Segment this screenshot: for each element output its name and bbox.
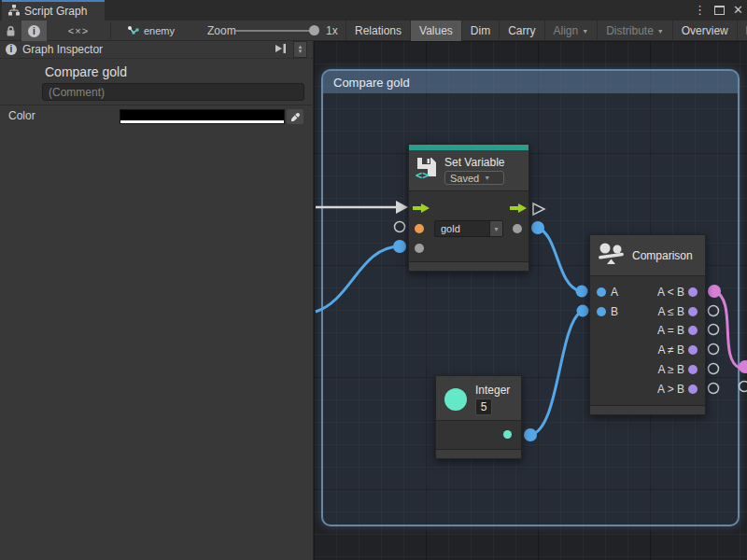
output-label: A = B xyxy=(657,321,684,340)
variable-kind-dropdown[interactable]: Saved ▼ xyxy=(444,171,504,185)
variable-name-port[interactable] xyxy=(415,224,424,233)
wire-endpoint-port[interactable] xyxy=(739,360,747,373)
chevron-down-icon: ▼ xyxy=(489,221,502,236)
input-port-b[interactable] xyxy=(597,307,606,316)
chevron-down-icon: ▼ xyxy=(484,175,490,181)
graph-inspector-panel: i Graph Inspector ▲ ▼ Compare gold Color xyxy=(0,41,314,560)
control-input-arrow[interactable] xyxy=(412,203,430,214)
graph-title-field[interactable]: Compare gold xyxy=(45,64,127,79)
node-title: Integer xyxy=(475,384,510,397)
node-integer[interactable]: Integer 5 xyxy=(435,375,522,459)
inspector-toggle-button[interactable]: i xyxy=(21,21,47,41)
control-output-arrow[interactable] xyxy=(509,203,528,214)
output-port-a-gt-b[interactable] xyxy=(688,385,698,394)
graph-source-button[interactable]: enemy xyxy=(127,21,175,41)
output-label: A > B xyxy=(657,380,684,399)
info-icon: i xyxy=(6,44,17,55)
window-controls: ⋮ ✕ xyxy=(694,0,743,21)
dock-panel-icon[interactable] xyxy=(274,43,288,57)
spin-down-icon: ▼ xyxy=(298,49,303,54)
zoom-slider-handle[interactable] xyxy=(309,25,319,35)
toolbar-separator xyxy=(110,22,111,39)
value-output-port[interactable] xyxy=(513,224,522,233)
input-label: B xyxy=(611,302,618,321)
graph-canvas[interactable]: Compare gold xyxy=(314,41,747,560)
code-icon: <×> xyxy=(68,25,89,36)
node-footer xyxy=(409,261,529,271)
output-port-a-neq-b[interactable] xyxy=(688,345,698,355)
graph-toolbar: i <×> enemy Zoom 1x Relations Values Dim… xyxy=(0,21,747,41)
node-set-variable[interactable]: <> Set Variable Saved ▼ xyxy=(408,144,529,272)
distribute-dropdown[interactable]: Distribute ▼ xyxy=(597,21,672,41)
overview-button[interactable]: Overview xyxy=(672,21,737,41)
svg-text:<>: <> xyxy=(416,169,429,181)
color-swatch[interactable] xyxy=(120,109,285,124)
info-icon: i xyxy=(28,25,40,37)
full-screen-button[interactable]: Full Screen xyxy=(737,21,747,41)
comparison-scale-icon xyxy=(598,242,626,269)
tab-script-graph[interactable]: Script Graph xyxy=(2,0,105,21)
node-comparison[interactable]: Comparison A A < B B A ≤ B A = B A ≠ B A… xyxy=(589,234,706,415)
color-label: Color xyxy=(8,109,35,122)
inspector-header: i Graph Inspector ▲ ▼ xyxy=(0,41,313,59)
values-button[interactable]: Values xyxy=(410,21,461,41)
zoom-slider-track[interactable] xyxy=(235,30,314,32)
panel-spinner[interactable]: ▲ ▼ xyxy=(293,41,307,58)
output-label: A ≥ B xyxy=(657,360,684,379)
integer-value-field[interactable]: 5 xyxy=(475,399,492,415)
output-port-a-lt-b[interactable] xyxy=(688,287,698,297)
unconnected-port[interactable] xyxy=(740,382,747,392)
edit-script-button[interactable]: <×> xyxy=(47,21,110,41)
output-label: A ≤ B xyxy=(657,302,684,321)
tab-label: Script Graph xyxy=(24,5,87,18)
comment-input[interactable] xyxy=(42,83,304,101)
output-label: A < B xyxy=(657,283,684,301)
output-port-a-gte-b[interactable] xyxy=(688,365,698,374)
group-title: Compare gold xyxy=(333,76,410,90)
node-footer xyxy=(436,449,521,458)
node-footer xyxy=(590,405,705,414)
close-icon[interactable]: ✕ xyxy=(733,0,743,21)
zoom-label: Zoom xyxy=(207,24,236,37)
save-variable-icon: <> xyxy=(415,156,439,184)
node-title: Comparison xyxy=(632,249,693,262)
zoom-value: 1x xyxy=(326,24,338,37)
dim-button[interactable]: Dim xyxy=(461,21,499,41)
node-title: Set Variable xyxy=(444,156,504,169)
lock-button[interactable] xyxy=(0,21,21,41)
eyedropper-button[interactable] xyxy=(287,109,303,124)
output-port-a-eq-b[interactable] xyxy=(688,326,698,335)
variable-name-dropdown[interactable]: gold ▼ xyxy=(434,220,503,237)
inspector-title: Graph Inspector xyxy=(22,43,103,56)
alpha-bar xyxy=(120,119,284,123)
main-area: i Graph Inspector ▲ ▼ Compare gold Color xyxy=(0,41,747,560)
view-buttons: Relations Values Dim Carry Align ▼ Distr… xyxy=(345,21,747,41)
integer-output-port[interactable] xyxy=(503,430,512,439)
window-menu-icon[interactable]: ⋮ xyxy=(694,0,706,21)
maximize-icon[interactable] xyxy=(714,6,725,15)
script-graph-asset-icon xyxy=(127,25,139,37)
group-header[interactable]: Compare gold xyxy=(323,71,738,93)
input-label: A xyxy=(611,283,618,301)
input-port-a[interactable] xyxy=(597,287,606,297)
graph-hierarchy-icon xyxy=(8,5,20,19)
carry-button[interactable]: Carry xyxy=(499,21,543,41)
value-input-port[interactable] xyxy=(415,244,424,253)
divider xyxy=(0,105,314,105)
align-dropdown[interactable]: Align ▼ xyxy=(544,21,598,41)
chevron-down-icon: ▼ xyxy=(657,28,664,35)
output-port-a-lte-b[interactable] xyxy=(688,307,698,316)
graph-source-label: enemy xyxy=(144,25,175,36)
output-label: A ≠ B xyxy=(657,341,684,359)
tab-bar: Script Graph ⋮ ✕ xyxy=(0,0,747,21)
integer-type-icon xyxy=(444,388,467,411)
relations-button[interactable]: Relations xyxy=(345,21,410,41)
eyedropper-icon xyxy=(290,112,301,122)
lock-icon xyxy=(6,25,16,37)
chevron-down-icon: ▼ xyxy=(582,28,588,35)
